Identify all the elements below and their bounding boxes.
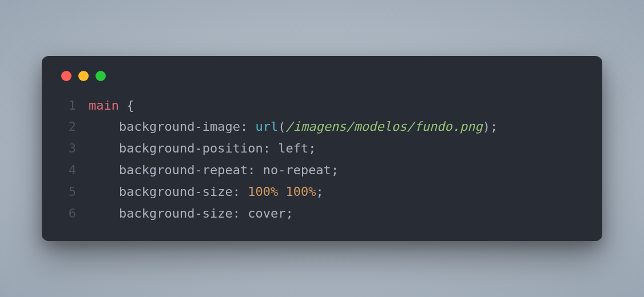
token-punc: ) [483,119,490,134]
line-number: 2 [59,116,76,138]
token-colon: : [240,119,256,134]
token-prop: background-image [119,119,240,134]
line-content: background-size: 100% 100%; [89,181,324,203]
code-line: 3 background-position: left; [59,138,585,159]
token-punc [89,184,119,199]
token-num: 100% [248,184,278,199]
code-line: 4 background-repeat: no-repeat; [59,159,585,181]
window-minimize-button[interactable] [78,71,89,81]
token-punc: ; [490,119,498,134]
token-punc [89,163,119,177]
line-number: 5 [59,181,76,203]
line-content: background-image: url(/imagens/modelos/f… [89,116,498,138]
token-val: cover [248,206,285,220]
code-line: 2 background-image: url(/imagens/modelos… [59,116,585,138]
window-zoom-button[interactable] [96,71,106,81]
line-content: background-size: cover; [89,203,293,224]
code-line: 6 background-size: cover; [59,203,585,224]
token-prop: background-size [119,184,233,199]
token-punc [89,141,119,155]
code-window: 1main {2 background-image: url(/imagens/… [42,56,602,242]
line-number: 6 [59,203,76,224]
line-number: 4 [59,159,76,181]
traffic-lights [59,71,585,81]
token-colon: : [263,141,279,155]
token-prop: background-size [119,206,233,220]
token-val: no-repeat [263,163,331,177]
line-number: 1 [59,95,76,117]
token-sel: main [89,98,126,113]
window-close-button[interactable] [61,71,71,81]
token-punc [278,184,285,199]
token-punc: ; [331,163,339,177]
token-colon: : [233,184,248,199]
token-punc [89,119,119,134]
token-colon: : [233,206,248,220]
token-func: url [255,119,278,134]
line-content: background-repeat: no-repeat; [89,159,339,181]
token-punc: ; [285,206,293,220]
token-punc: ; [308,141,316,155]
token-prop: background-position [119,141,263,155]
token-brace: { [126,98,134,113]
code-line: 5 background-size: 100% 100%; [59,181,585,203]
token-punc: ( [278,119,285,134]
token-str: /imagens/modelos/fundo.png [285,119,482,134]
token-punc: ; [316,184,323,199]
code-line: 1main { [59,95,585,117]
line-content: main { [89,95,134,117]
token-colon: : [248,163,263,177]
token-val: left [278,141,308,155]
token-num: 100% [285,184,316,199]
line-number: 3 [59,138,76,159]
line-content: background-position: left; [89,138,316,159]
token-prop: background-repeat [119,163,248,177]
code-block: 1main {2 background-image: url(/imagens/… [59,95,585,224]
token-punc [89,206,119,220]
